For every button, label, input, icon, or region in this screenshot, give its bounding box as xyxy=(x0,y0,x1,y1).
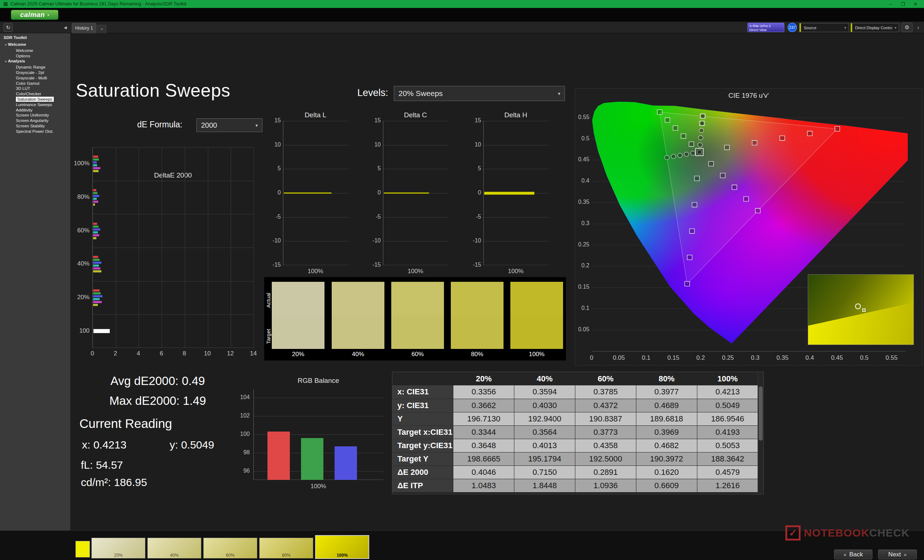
target-marker xyxy=(756,208,760,213)
table-row-label: y: CIE31 xyxy=(392,399,453,412)
thumbnail-80[interactable]: 80% xyxy=(259,538,313,559)
display-control-dropdown[interactable]: Direct Display Control ▾ xyxy=(851,23,899,32)
target-marker xyxy=(657,110,662,114)
gear-icon[interactable]: ⚙ xyxy=(902,23,912,32)
swatch-target xyxy=(332,315,384,349)
table-row-label: Target y:CIE31 xyxy=(392,439,453,452)
swatch-label: 100% xyxy=(510,351,563,358)
levels-label: Levels: xyxy=(357,87,388,99)
current-cdm2: cd/m²: 186.95 xyxy=(81,476,147,488)
sidebar-item-saturation-sweeps[interactable]: Saturation Sweeps xyxy=(0,97,71,102)
thumbnail-20[interactable]: 20% xyxy=(92,538,146,559)
thumbnail-100[interactable]: 100% xyxy=(315,535,369,559)
chevron-right-icon[interactable]: › xyxy=(914,23,922,32)
de-bar xyxy=(93,265,99,267)
axis-tick-label: 15 xyxy=(266,117,281,124)
target-marker xyxy=(807,131,813,136)
measured-marker xyxy=(698,136,703,140)
thumbnail-40[interactable]: 40% xyxy=(147,538,201,559)
meter-count-badge[interactable]: 237 xyxy=(788,23,797,32)
sidebar-item-grayscale-multi[interactable]: Grayscale - Multi xyxy=(0,75,71,81)
table-cell: 0.3773 xyxy=(575,425,636,439)
swatch-80 xyxy=(451,282,504,349)
sidebar-item-luminance-sweeps[interactable]: Luminance Sweeps xyxy=(0,102,71,108)
de-bar xyxy=(93,256,98,258)
swatch-actual xyxy=(451,282,504,315)
grid-line xyxy=(484,265,549,265)
swatch-target xyxy=(510,315,563,349)
sidebar-item-label: Options xyxy=(16,54,30,58)
sidebar-item-options[interactable]: Options xyxy=(0,53,71,59)
sidebar-item-additivity[interactable]: Additivity xyxy=(0,108,71,113)
axis-tick-label: 0.5 xyxy=(575,135,590,142)
table-cell: 0.3344 xyxy=(453,425,514,439)
next-button[interactable]: Next » xyxy=(878,550,917,559)
axis-tick-label: 0.3 xyxy=(746,354,764,362)
table-cell: 0.3648 xyxy=(453,439,514,452)
sidebar-item-label: Grayscale - 2pt xyxy=(16,70,44,75)
table-col-header: 60% xyxy=(575,372,636,385)
axis-tick-label: 0.3 xyxy=(575,220,590,227)
axis-tick-label: 0.05 xyxy=(575,326,590,333)
de-bar xyxy=(93,270,101,273)
table-row-label: ΔE ITP xyxy=(392,479,453,492)
axis-tick-label: 0.45 xyxy=(828,354,846,362)
meter-button[interactable]: X-Rite i1Pro 2 Direct View xyxy=(747,23,784,32)
swatch-target xyxy=(391,315,444,349)
window-titlebar: Calman 2025 Calman Ultimate for Business… xyxy=(0,0,924,8)
measured-marker xyxy=(678,153,682,157)
sidebar-item-screen-angularity[interactable]: Screen Angularity xyxy=(0,118,71,123)
axis-tick-label: 0 xyxy=(583,354,600,362)
table-cell: 0.2891 xyxy=(575,466,636,479)
chevron-down-icon: ▾ xyxy=(842,26,849,30)
grid-line xyxy=(284,241,348,241)
delta-l-y-axis: 151050-5-10-15 xyxy=(266,121,283,265)
sidebar-item-colorchecker[interactable]: ColorChecker xyxy=(0,91,71,97)
sidebar-item-3d-lut[interactable]: 3D LUT xyxy=(0,86,71,91)
table-row: x: CIE310.33560.35940.37850.39770.4213 xyxy=(392,385,758,399)
de-formula-dropdown[interactable]: 2000 ▾ xyxy=(196,118,262,132)
target-marker xyxy=(692,202,697,207)
grid-line xyxy=(484,241,549,241)
axis-tick-label: 0.15 xyxy=(665,354,682,362)
delta-c-y-axis: 151050-5-10-15 xyxy=(366,121,383,265)
sidebar-item-color-gamut[interactable]: Color Gamut xyxy=(0,81,71,86)
sidebar-item-dynamic-range[interactable]: Dynamic Range xyxy=(0,64,71,70)
levels-dropdown[interactable]: 20% Sweeps ▾ xyxy=(394,86,565,101)
swatch-label: 60% xyxy=(391,351,444,358)
sidebar-item-spectral-power-dist[interactable]: Spectral Power Dist. xyxy=(0,129,71,134)
sidebar-item-screen-uniformity[interactable]: Screen Uniformity xyxy=(0,112,71,118)
sidebar-item-screen-stability[interactable]: Screen Stability xyxy=(0,123,71,129)
current-x: x: 0.4213 xyxy=(82,439,126,451)
tab-history-1[interactable]: History 1 xyxy=(72,23,96,33)
scrollbar-thumb[interactable] xyxy=(759,386,763,440)
target-marker xyxy=(780,136,784,140)
table-cell: 1.0483 xyxy=(453,479,514,492)
table-cell: 196.7130 xyxy=(453,412,514,425)
sidebar-item-welcome[interactable]: ▾Welcome xyxy=(0,42,71,48)
calman-logo-button[interactable]: calman ▾ xyxy=(11,10,58,20)
de-bar xyxy=(93,298,100,300)
minimize-icon[interactable]: – xyxy=(890,1,892,7)
refresh-icon[interactable]: ↻ xyxy=(4,23,13,32)
table-row: ΔE ITP1.04831.84481.09360.66091.2616 xyxy=(392,479,758,492)
sidebar-item-analysis[interactable]: ▾Analysis xyxy=(0,58,71,64)
back-button[interactable]: « Back xyxy=(834,550,872,559)
target-marker xyxy=(752,140,757,145)
close-icon[interactable]: ✕ xyxy=(914,1,918,7)
source-dropdown[interactable]: Source ▾ xyxy=(800,23,849,32)
maximize-icon[interactable]: ❐ xyxy=(900,1,905,7)
table-cell: 1.8448 xyxy=(514,479,575,492)
axis-tick-label: 100 xyxy=(236,431,250,437)
sidebar-item-grayscale-2pt[interactable]: Grayscale - 2pt xyxy=(0,70,71,75)
de-bar xyxy=(93,295,102,297)
sidebar-item-welcome[interactable]: Welcome xyxy=(0,48,71,53)
axis-tick-label: 20% xyxy=(71,294,90,301)
thumbnail-60[interactable]: 60% xyxy=(203,538,257,559)
table-scrollbar[interactable] xyxy=(758,372,764,494)
add-tab-button[interactable]: + xyxy=(98,25,106,33)
axis-tick-label: 0.1 xyxy=(638,354,655,362)
sidebar-collapse-icon[interactable]: ◀ xyxy=(62,24,69,31)
twisty-icon: ▾ xyxy=(5,60,6,63)
de-bar xyxy=(93,292,101,295)
